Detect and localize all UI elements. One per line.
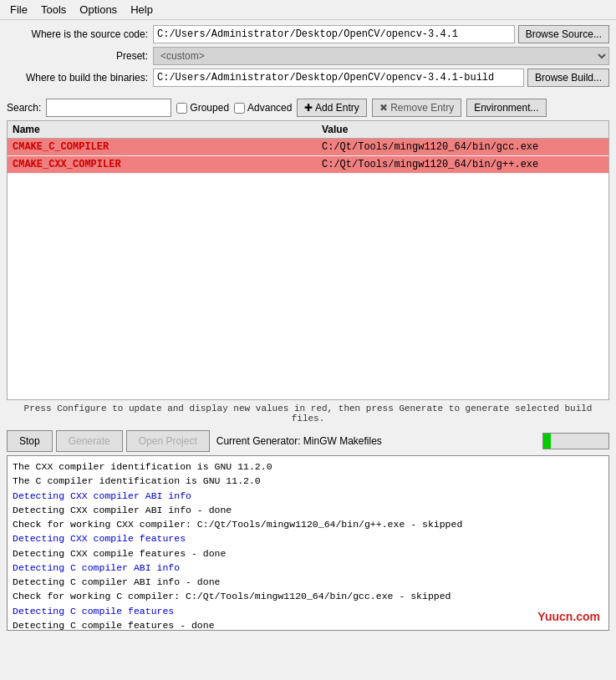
menu-tools[interactable]: Tools <box>34 2 73 18</box>
environment-button[interactable]: Environment... <box>466 99 546 117</box>
progress-bar-container <box>542 433 609 449</box>
status-bar: Press Configure to update and display ne… <box>7 403 609 424</box>
table-row[interactable]: CMAKE_CXX_COMPILER C:/Qt/Tools/mingw1120… <box>8 156 608 174</box>
preset-select[interactable]: <custom> <box>153 47 609 65</box>
row-value-0: C:/Qt/Tools/mingw1120_64/bin/gcc.exe <box>317 139 608 155</box>
remove-entry-button[interactable]: ✖ Remove Entry <box>372 99 461 117</box>
bottom-toolbar: Stop Generate Open Project Current Gener… <box>0 427 616 455</box>
log-line: Check for working CXX compiler: C:/Qt/To… <box>13 517 603 531</box>
cmake-table: Name Value CMAKE_C_COMPILER C:/Qt/Tools/… <box>7 120 609 400</box>
log-line: Check for working C compiler: C:/Qt/Tool… <box>13 589 603 603</box>
menu-options[interactable]: Options <box>73 2 124 18</box>
advanced-checkbox[interactable] <box>234 103 245 114</box>
source-input[interactable] <box>153 25 515 43</box>
search-input[interactable] <box>46 99 171 117</box>
row-name-1: CMAKE_CXX_COMPILER <box>8 156 317 173</box>
form-area: Where is the source code: Browse Source.… <box>0 20 616 95</box>
col-value-header: Value <box>317 121 608 138</box>
advanced-checkbox-label[interactable]: Advanced <box>234 102 292 114</box>
log-line: The CXX compiler identification is GNU 1… <box>13 459 603 474</box>
log-line: Detecting C compile features - done <box>13 618 603 631</box>
row-name-0: CMAKE_C_COMPILER <box>8 139 317 155</box>
generate-button[interactable]: Generate <box>56 430 123 452</box>
log-line: Detecting C compiler ABI info <box>13 561 603 575</box>
source-label: Where is the source code: <box>7 28 153 40</box>
grouped-label: Grouped <box>190 102 229 114</box>
menu-file[interactable]: File <box>3 2 34 18</box>
build-row: Where to build the binaries: Browse Buil… <box>7 69 609 87</box>
build-label: Where to build the binaries: <box>7 72 153 84</box>
stop-button[interactable]: Stop <box>7 430 53 452</box>
table-header: Name Value <box>8 121 608 139</box>
grouped-checkbox-label[interactable]: Grouped <box>176 102 229 114</box>
generator-label: Current Generator: MinGW Makefiles <box>216 435 536 447</box>
log-line: Detecting CXX compiler ABI info - done <box>13 503 603 517</box>
log-line: Detecting CXX compiler ABI info <box>13 489 603 503</box>
menu-bar: File Tools Options Help <box>0 0 616 20</box>
progress-bar-fill <box>543 434 551 449</box>
log-line: Detecting C compile features <box>13 604 603 618</box>
col-name-header: Name <box>8 121 317 138</box>
advanced-label: Advanced <box>247 102 292 114</box>
log-line: Detecting C compiler ABI info - done <box>13 575 603 589</box>
log-line: Detecting CXX compile features - done <box>13 546 603 561</box>
preset-label: Preset: <box>7 50 153 62</box>
log-line: Detecting CXX compile features <box>13 531 603 546</box>
preset-row: Preset: <custom> <box>7 47 609 65</box>
open-project-button[interactable]: Open Project <box>126 430 210 452</box>
watermark: Yuucn.com <box>537 610 600 623</box>
source-row: Where is the source code: Browse Source.… <box>7 25 609 43</box>
table-row[interactable]: CMAKE_C_COMPILER C:/Qt/Tools/mingw1120_6… <box>8 139 608 156</box>
grouped-checkbox[interactable] <box>176 103 187 114</box>
log-line: The C compiler identification is GNU 11.… <box>13 474 603 488</box>
menu-help[interactable]: Help <box>124 2 160 18</box>
search-label: Search: <box>7 102 41 114</box>
row-value-1: C:/Qt/Tools/mingw1120_64/bin/g++.exe <box>317 156 608 173</box>
build-input[interactable] <box>153 69 524 87</box>
add-entry-button[interactable]: ✚ Add Entry <box>297 99 366 117</box>
table-empty-area <box>8 174 608 399</box>
browse-source-button[interactable]: Browse Source... <box>518 25 609 43</box>
browse-build-button[interactable]: Browse Build... <box>527 69 609 87</box>
search-row: Search: Grouped Advanced ✚ Add Entry ✖ R… <box>0 95 616 120</box>
log-area[interactable]: The CXX compiler identification is GNU 1… <box>7 455 609 631</box>
